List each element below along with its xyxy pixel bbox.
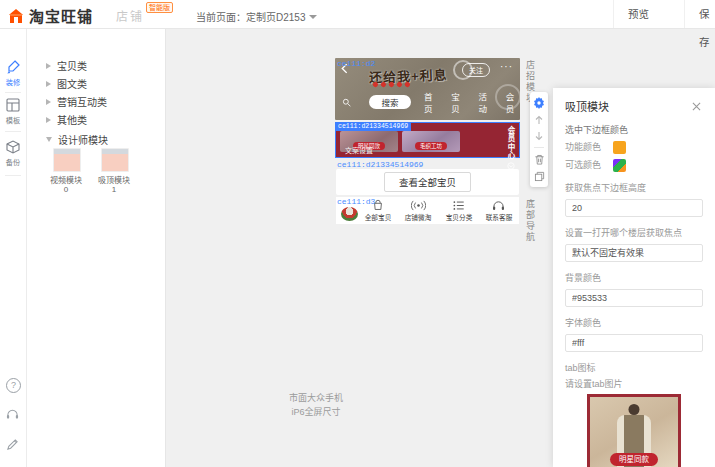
- expand-icon: [46, 99, 51, 105]
- pencil-icon: [6, 438, 19, 451]
- font-color-label: 字体颜色: [565, 316, 703, 329]
- expand-icon: [46, 63, 51, 69]
- focus-height-input[interactable]: [565, 199, 703, 217]
- list-icon: [453, 200, 465, 211]
- current-page-dropdown[interactable]: 当前页面：定制页D2153: [196, 9, 317, 24]
- view-all-module[interactable]: 查看全部宝贝: [336, 169, 519, 195]
- sticky-module-id-chip: ce111:d21334514969: [335, 122, 411, 131]
- help-button[interactable]: ?: [6, 378, 21, 393]
- support-button[interactable]: [6, 408, 19, 420]
- tab-image-button: 明星同款: [610, 453, 658, 466]
- module-thumb-sticky[interactable]: [101, 148, 129, 172]
- canvas-note-line1: 市面大众手机: [266, 391, 366, 405]
- current-page-label: 当前页面：定制页D2153: [196, 9, 305, 24]
- top-header: 淘宝旺铺 店铺 智能版 当前页面：定制页D2153 预览 保存: [0, 0, 715, 29]
- follow-button[interactable]: 关注: [462, 63, 490, 77]
- banner-hearts-decor: [373, 82, 410, 87]
- move-down-icon[interactable]: [534, 131, 544, 141]
- tree-category-designer[interactable]: 设计师模块: [46, 132, 156, 147]
- module-thumb-video[interactable]: [53, 148, 81, 172]
- module-tree-panel: 宝贝类 图文类 营销互动类 其他类 设计师模块 视频模块 0 吸顶模块 1: [26, 28, 166, 467]
- feedback-button[interactable]: [6, 438, 19, 451]
- nav-item-categories[interactable]: 宝贝分类: [439, 200, 479, 222]
- module-thumb-count: 1: [92, 185, 136, 194]
- question-icon: ?: [6, 378, 21, 393]
- optional-color-label: 可选颜色: [565, 160, 603, 172]
- canvas-note-line2: iP6全屏尺寸: [266, 405, 366, 419]
- thumb-strip: [102, 149, 128, 154]
- chevron-down-circle-icon: [507, 162, 515, 170]
- shop-badge: 智能版: [146, 2, 173, 13]
- copy-icon[interactable]: [534, 171, 545, 182]
- headset-icon: [492, 200, 505, 211]
- left-icon-rail: 装修 模板 备份 ?: [0, 28, 27, 467]
- trash-icon[interactable]: [534, 154, 545, 165]
- box-icon: [6, 140, 20, 154]
- focus-height-label: 获取焦点下边框高度: [565, 181, 703, 194]
- tree-category-other[interactable]: 其他类: [46, 112, 156, 127]
- headset-icon: [6, 408, 19, 420]
- thumb-strip: [54, 149, 80, 154]
- sticky-card-2-button[interactable]: 毛织工坊: [415, 142, 447, 150]
- view-all-button[interactable]: 查看全部宝贝: [384, 172, 471, 192]
- banner-tab-items[interactable]: 宝贝: [451, 90, 465, 114]
- rail-divider: [5, 92, 21, 93]
- member-center-tab[interactable]: 会员中心: [505, 126, 516, 170]
- shop-tab[interactable]: 店铺: [116, 7, 144, 24]
- sticky-module-selected[interactable]: ce111:d21334514969 明星同款 毛织工坊 会员中心 文案设置: [335, 122, 520, 158]
- tree-category-label: 其他类: [57, 112, 87, 127]
- tab-image-preview[interactable]: 明星同款: [587, 394, 681, 467]
- layout-grid-icon: [6, 98, 20, 112]
- app-title: 淘宝旺铺: [29, 5, 93, 26]
- nav-item-service[interactable]: 联系客服: [479, 200, 519, 222]
- gear-icon[interactable]: [533, 97, 545, 109]
- bg-color-label: 背景颜色: [565, 271, 703, 284]
- collapse-icon: [46, 137, 52, 142]
- rail-item-backup[interactable]: 备份: [0, 140, 26, 167]
- banner-tab-home[interactable]: 首页: [424, 90, 438, 114]
- move-up-icon[interactable]: [534, 115, 544, 125]
- rail-item-label: 装修: [6, 77, 20, 87]
- rail-item-label: 备份: [6, 157, 20, 167]
- func-color-swatch[interactable]: [613, 141, 626, 154]
- border-color-section-label: 选中下边框颜色: [565, 123, 703, 136]
- sticky-card-2[interactable]: 毛织工坊: [402, 131, 460, 152]
- banner-module-id: ce111:d2: [337, 59, 375, 68]
- search-tab-active[interactable]: 搜索: [369, 95, 411, 109]
- func-color-label: 功能颜色: [565, 142, 603, 154]
- sticky-caption: 文案设置: [345, 145, 373, 155]
- expand-icon: [46, 81, 51, 87]
- tree-category-marketing[interactable]: 营销互动类: [46, 94, 156, 109]
- panel-title: 吸顶模块: [565, 98, 609, 114]
- rail-divider: [5, 131, 21, 132]
- module-toolbar: [530, 92, 548, 187]
- nav-item-weitao[interactable]: 店铺微淘: [398, 200, 438, 222]
- banner-tab-activity[interactable]: 活动: [479, 90, 493, 114]
- more-icon[interactable]: ···: [500, 61, 513, 72]
- rail-item-decorate[interactable]: 装修: [0, 60, 26, 87]
- toolbar-divider: [534, 147, 544, 148]
- preview-button[interactable]: 预览: [613, 0, 663, 28]
- banner-search-row: 搜索 首页 宝贝 活动 会员: [335, 90, 520, 114]
- banner-tab-member[interactable]: 会员: [506, 90, 520, 114]
- tab-icon-label: tab图标: [565, 361, 703, 374]
- nav-item-label: 店铺微淘: [405, 212, 432, 222]
- font-color-input[interactable]: [565, 334, 703, 352]
- brush-icon: [6, 60, 20, 74]
- close-button[interactable]: [690, 100, 703, 113]
- tree-category-imagetext[interactable]: 图文类: [46, 76, 156, 91]
- save-button[interactable]: 保存: [684, 0, 715, 28]
- bg-color-input[interactable]: [565, 289, 703, 307]
- tree-category-label: 图文类: [57, 76, 87, 91]
- model-figure-head: [629, 404, 640, 415]
- tree-category-items[interactable]: 宝贝类: [46, 58, 156, 73]
- open-focus-label: 设置一打开哪个楼层获取焦点: [565, 226, 703, 239]
- optional-color-swatch[interactable]: [613, 159, 626, 172]
- open-focus-select[interactable]: [565, 244, 703, 262]
- rail-item-template[interactable]: 模板: [0, 98, 26, 125]
- expand-icon: [46, 117, 51, 123]
- member-center-label: 会员中心: [505, 126, 516, 160]
- module-thumb-label: 视频模块: [44, 174, 88, 185]
- app-logo: 淘宝旺铺: [8, 5, 93, 26]
- tree-category-label: 设计师模块: [58, 132, 108, 147]
